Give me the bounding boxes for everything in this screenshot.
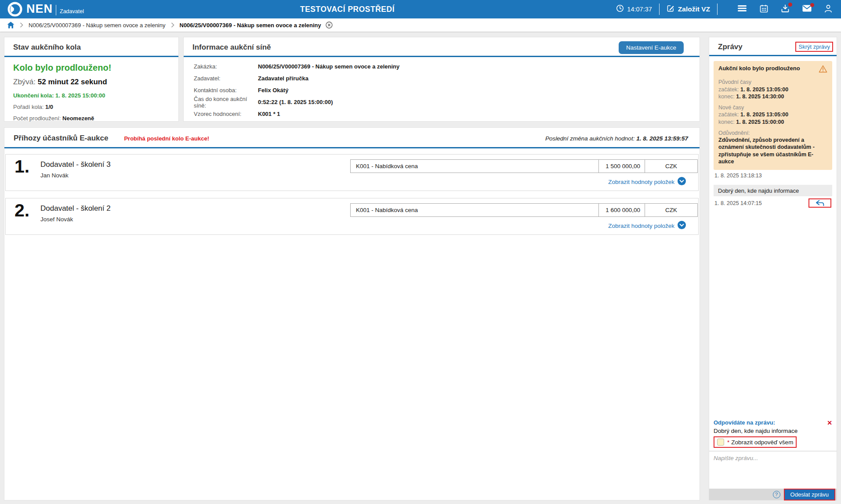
bid-contact-person: Josef Novák [40,216,73,223]
bid-row: 1. Dodavatel - školení 3 Jan Novák K001 … [5,154,699,191]
eauction-settings-button[interactable]: Nastavení E-aukce [619,41,684,54]
reply-compose-area: Odpovídáte na zprávu: ✕ Dobrý den, kde n… [709,416,837,500]
reply-button[interactable] [808,198,831,208]
participant-bids-panel: Příhozy účastníků E-aukce Probíhá posled… [4,127,700,500]
new-end-row: konec: 1. 8. 2025 15:00:00 [718,119,827,126]
breadcrumb-item[interactable]: N006/25/V00007369 - Nákup semen ovoce a … [29,22,166,29]
breadcrumb-item-active[interactable]: N006/25/V00007369 - Nákup semen ovoce a … [180,22,321,29]
reply-arrow-icon [815,200,825,206]
original-end-value: 1. 8. 2025 14:30:00 [736,94,784,100]
brand-role-label: Zadavatel [60,8,84,14]
required-mark: * [727,439,729,446]
round-end-label: Ukončení kola: [13,92,54,99]
last-change-row: Poslední změna aukčních hodnot: 1. 8. 20… [545,135,688,142]
nen-logo-icon [7,1,23,19]
nen-logo[interactable]: NEN Zadavatel [0,0,84,19]
bid-currency-field: CZK [645,203,698,217]
create-vz-button[interactable]: Založit VZ [667,4,710,14]
new-start-value: 1. 8. 2025 13:05:00 [740,112,788,118]
environment-title: TESTOVACÍ PROSTŘEDÍ [300,5,395,14]
calendar-icon [760,4,768,14]
server-time-value: 14:07:37 [627,6,652,13]
info-label: Čas do konce aukční síně: [194,96,258,109]
message-timestamp: 1. 8. 2025 14:07:15 [714,200,762,206]
extension-count-value: Neomezeně [62,115,94,122]
chevron-right-icon [171,22,174,28]
reason-label: Odůvodnění: [718,130,827,137]
panel-title: Příhozy účastníků E-aukce [14,134,108,143]
calendar-button[interactable] [760,4,768,14]
info-row: Čas do konce aukční síně:0:52:22 (1. 8. … [194,96,700,108]
info-row: Zakázka:N006/25/V00007369 - Nákup semen … [194,61,700,72]
original-end-row: konec: 1. 8. 2025 14:30:00 [718,93,827,100]
bid-rank: 1. [14,156,29,177]
auction-room-info-panel: Informace aukční síně Nastavení E-aukce … [183,37,700,122]
time-remaining-row: Zbývá: 52 minut 22 sekund [13,78,170,86]
bid-supplier-name: Dodavatel - školení 2 [40,204,111,213]
notification-badge [788,3,792,7]
info-row: Vzorec hodnocení:K001 * 1 [194,108,700,120]
info-label: Zakázka: [194,63,258,70]
system-message-card: Aukční kolo bylo prodlouženo Původní čas… [714,61,832,170]
new-start-row: začátek: 1. 8. 2025 13:05:00 [718,111,827,118]
message-input[interactable] [709,451,837,489]
breadcrumb: N006/25/V00007369 - Nákup semen ovoce a … [0,18,841,32]
close-reply-icon[interactable]: ✕ [827,420,832,426]
help-icon[interactable]: ? [773,491,780,498]
panel-title-underline [4,147,700,148]
clock-icon [616,4,624,14]
info-value: Felix Okátý [258,87,288,94]
extension-count-label: Počet prodloužení: [13,115,61,122]
info-label: Vzorec hodnocení: [194,111,258,117]
close-tab-icon[interactable] [326,22,333,29]
brand-divider [56,5,56,15]
auction-round-status-panel: Stav aukčního kola Kolo bylo prodlouženo… [4,37,179,122]
hamburger-icon [737,4,747,14]
start-label: začátek: [718,86,739,93]
home-icon[interactable] [7,22,14,29]
panel-title: Zprávy [718,43,743,51]
round-extended-headline: Kolo bylo prodlouženo! [13,63,170,73]
messages-button[interactable] [802,5,812,14]
panel-title: Stav aukčního kola [4,37,178,56]
bid-criterion-field: K001 - Nabídková cena [350,159,599,173]
original-start-row: začátek: 1. 8. 2025 13:05:00 [718,86,827,93]
quoted-message-text: Dobrý den, kde najdu informace [714,428,832,434]
bid-amount-field: 1 600 000,00 [599,203,645,217]
menu-button[interactable] [737,4,747,14]
panel-title: Informace aukční síně [184,37,280,56]
end-label: konec: [718,119,735,125]
chevron-down-icon [674,177,686,187]
hide-messages-link[interactable]: Skrýt zprávy [795,42,833,52]
replying-to-label: Odpovídáte na zprávu: [714,419,775,426]
round-order-value: 1/0 [45,104,53,110]
remaining-value: 52 minut 22 sekund [38,78,107,86]
edit-icon [667,4,674,14]
chevron-right-icon [20,22,23,28]
downloads-button[interactable] [781,4,790,14]
system-message-title: Aukční kolo bylo prodlouženo [718,65,800,72]
show-item-values-link[interactable]: Zobrazit hodnoty položek [608,221,686,230]
show-reply-to-all-label: Zobrazit odpověď všem [731,439,793,446]
show-item-values-label: Zobrazit hodnoty položek [608,179,674,185]
server-time: 14:07:37 [616,4,652,14]
brand-text: NEN [26,0,53,18]
create-vz-label: Založit VZ [678,5,710,13]
show-reply-to-all-checkbox[interactable] [717,439,724,446]
send-message-button[interactable]: Odeslat zprávu [785,490,834,500]
notification-badge [810,3,814,7]
panel-title-underline [709,55,837,56]
info-label: Zadavatel: [194,75,258,82]
info-row: Zadavatel:Zadavatel příručka [194,72,700,84]
reply-footer-bar: ? Odeslat zprávu [709,489,837,500]
show-item-values-link[interactable]: Zobrazit hodnoty položek [608,177,686,187]
reason-text: Zdůvodnění, způsob provedení a oznámení … [718,137,827,165]
send-message-highlight: Odeslat zprávu [784,489,835,500]
round-end-row: Ukončení kola: 1. 8. 2025 15:00:00 [13,92,170,99]
user-profile-button[interactable] [824,4,832,14]
show-item-values-label: Zobrazit hodnoty položek [608,223,674,229]
last-change-value: 1. 8. 2025 13:59:57 [636,135,688,142]
header-divider [717,4,718,15]
round-order-row: Pořadí kola: 1/0 [13,104,170,110]
chevron-down-icon [674,221,686,230]
